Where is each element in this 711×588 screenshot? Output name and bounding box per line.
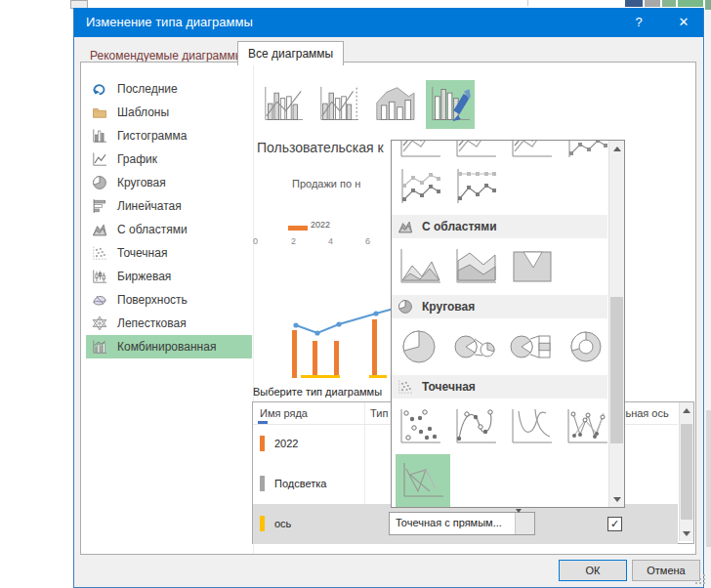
chart-subtype-area-basic[interactable]	[397, 247, 442, 286]
dropdown-scrollbar[interactable]	[608, 141, 624, 507]
chart-subtype-line-basic[interactable]	[509, 141, 554, 160]
scrollbar-thumb[interactable]	[610, 297, 623, 443]
screen: Изменение типа диаграммы ? ✕ Рекомендуем…	[0, 0, 711, 588]
dropdown-icon-row	[392, 162, 607, 211]
chart-type-dropdown-list: С областямиКруговаяТочечная	[391, 140, 625, 508]
group-header-label: Точечная	[422, 380, 476, 394]
resize-grip[interactable]	[695, 574, 705, 584]
column-header-chart-type: Тип	[370, 407, 388, 419]
sidebar-item-pie[interactable]: Круговая	[86, 171, 252, 194]
background-artifact	[625, 0, 643, 7]
sidebar-item-label: Шаблоны	[117, 105, 169, 119]
chart-subtype-area-stacked[interactable]	[453, 247, 498, 286]
sidebar-item-recent[interactable]: Последние	[86, 77, 252, 101]
sidebar-item-bar[interactable]: Линейчатая	[86, 194, 252, 218]
dropdown-icon-row	[392, 242, 607, 291]
chart-subtype-line-markers-partial[interactable]	[565, 141, 607, 160]
series-color-swatch	[260, 516, 265, 531]
dropdown-icon-row	[392, 141, 607, 162]
table-scrollbar[interactable]	[679, 402, 693, 541]
chart-subtype-line-basic[interactable]	[397, 141, 442, 160]
sidebar-item-radar[interactable]: Лепестковая	[86, 312, 252, 335]
column-header-secondary-axis: льная ось	[619, 407, 669, 419]
dialog-titlebar[interactable]: Изменение типа диаграммы ? ✕	[74, 8, 703, 37]
dropdown-icon-row	[392, 451, 607, 507]
series-name: Подсветка	[274, 478, 326, 489]
sidebar-item-surface[interactable]: Поверхность	[86, 288, 252, 312]
column-header-series-name: Имя ряда	[260, 407, 308, 419]
dropdown-icon-row	[392, 322, 607, 371]
sidebar-item-label: График	[117, 152, 157, 166]
chart-subtype-bar-of-pie[interactable]	[509, 327, 554, 366]
recent-icon	[92, 81, 107, 97]
chart-subtype-scatter-lines-markers[interactable]	[565, 407, 607, 446]
close-button[interactable]: ✕	[664, 8, 703, 37]
sidebar-item-histogram[interactable]: Гистограмма	[86, 124, 252, 147]
combobox-dropdown-button[interactable]	[515, 513, 534, 534]
combo-subtype-clustered-column-line-secondary[interactable]	[314, 80, 363, 129]
preview-chart-title: Продажи по н	[292, 178, 360, 189]
axis-tick: 0	[253, 236, 258, 246]
series-row-ось[interactable]: осьТочечная с прямым...✓	[253, 504, 678, 544]
axis-tick: 2	[291, 236, 296, 246]
chart-subtype-pie-of-pie[interactable]	[453, 327, 498, 366]
chart-type-combobox[interactable]: Точечная с прямым...	[389, 512, 535, 535]
sidebar-item-label: С областями	[117, 223, 188, 236]
chart-subtype-scatter-basic[interactable]	[397, 407, 442, 446]
sidebar-item-scatter[interactable]: Точечная	[86, 241, 252, 265]
scroll-up-arrow[interactable]	[683, 408, 690, 413]
sidebar-item-templates[interactable]: Шаблоны	[86, 101, 252, 124]
chart-subtype-doughnut[interactable]	[565, 327, 607, 366]
chart-subtype-line-basic[interactable]	[453, 141, 498, 160]
radar-icon	[92, 315, 107, 331]
help-button[interactable]: ?	[621, 8, 656, 37]
combo-subtype-clustered-column-line[interactable]	[259, 80, 308, 129]
line-chart-icon	[92, 151, 107, 167]
group-header-label: Круговая	[422, 300, 475, 314]
combo-clustered-icon	[262, 85, 305, 124]
chart-subtype-pie-basic[interactable]	[397, 327, 442, 366]
sidebar-item-stock[interactable]: Биржевая	[86, 265, 252, 288]
axis-tick: 4	[328, 236, 333, 246]
chart-subtype-line-markers-stacked[interactable]	[397, 167, 442, 206]
change-chart-type-dialog: Изменение типа диаграммы ? ✕ Рекомендуем…	[73, 8, 704, 588]
sidebar-item-label: Круговая	[117, 176, 166, 189]
sidebar-item-label: Последние	[117, 82, 178, 96]
chart-subtype-line-markers-100[interactable]	[453, 167, 498, 206]
background-artifact	[527, 0, 528, 6]
scroll-up-arrow[interactable]	[613, 147, 621, 151]
background-artifact	[678, 0, 703, 7]
combo-secondary-icon	[317, 85, 360, 124]
sidebar-item-line[interactable]: График	[86, 147, 252, 171]
sidebar-item-area[interactable]: С областями	[86, 218, 252, 241]
chart-subtype-scatter-lines[interactable]	[396, 454, 450, 507]
dropdown-group-header: С областями	[392, 215, 607, 238]
sidebar-item-combo[interactable]: Комбинированная	[86, 335, 252, 358]
combobox-value: Точечная с прямым...	[396, 517, 502, 528]
series-name: ось	[274, 518, 291, 529]
combo-subtype-stacked-area-clustered-column[interactable]	[370, 80, 419, 129]
background-artifact	[706, 410, 711, 547]
chart-subtype-area-100[interactable]	[509, 247, 554, 286]
combo-custom-icon	[429, 85, 472, 124]
series-picker-label: Выберите тип диаграммы	[253, 386, 382, 398]
pie-icon	[92, 175, 107, 190]
chart-subtype-scatter-smooth-markers[interactable]	[453, 407, 498, 446]
combo-subtype-custom-combination[interactable]	[426, 80, 475, 129]
chart-subtype-scatter-smooth[interactable]	[509, 407, 554, 446]
secondary-axis-checkbox[interactable]: ✓	[607, 517, 622, 531]
scatter-icon	[397, 379, 413, 395]
legend-label: 2022	[311, 220, 330, 230]
cancel-button[interactable]: Отмена	[632, 560, 700, 581]
custom-combination-heading: Пользовательская к	[257, 140, 384, 155]
scatter-icon	[92, 245, 107, 261]
scrollbar-thumb[interactable]	[681, 424, 692, 520]
tab-all-charts[interactable]: Все диаграммы	[237, 41, 344, 65]
templates-icon	[92, 105, 107, 120]
ok-button[interactable]: ОК	[559, 560, 627, 581]
stock-icon	[92, 269, 107, 284]
scroll-down-arrow[interactable]	[613, 497, 621, 502]
all-charts-panel: ПоследниеШаблоныГистограммаГрафикКругова…	[80, 62, 696, 555]
area-icon	[92, 222, 107, 237]
scroll-down-arrow[interactable]	[683, 531, 690, 536]
